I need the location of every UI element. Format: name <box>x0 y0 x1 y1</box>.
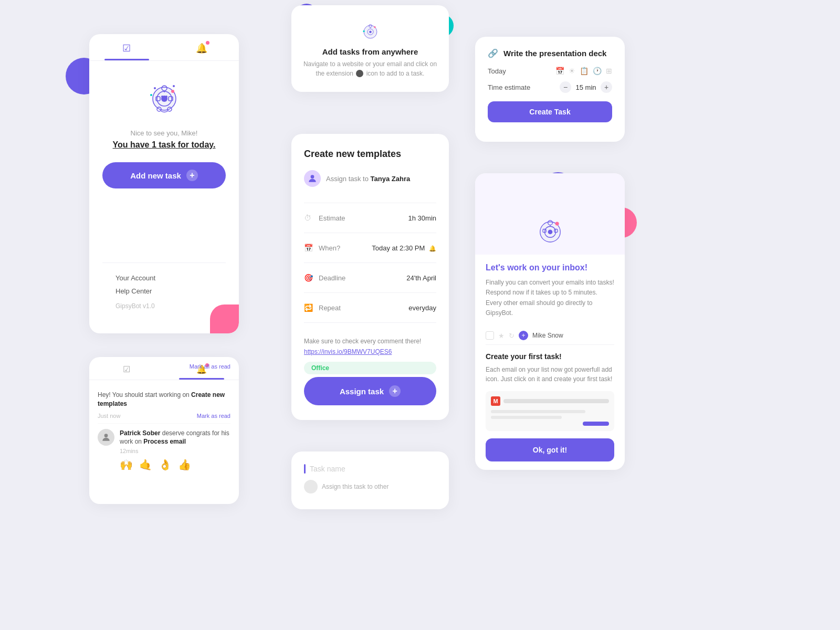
template-link[interactable]: https://invis.io/9BMWV7UQES6 <box>304 348 436 355</box>
repeat-icon: 🔁 <box>304 303 312 312</box>
clock-icon[interactable]: 🕐 <box>593 67 602 75</box>
version-text: GipsyBot v1.0 <box>116 300 213 312</box>
mobile-app-card: ☑ 🔔 Nic <box>89 34 239 333</box>
time-estimate-row: Time estimate − 15 min + <box>488 81 612 93</box>
task-name-card: Task name Assign this task to other <box>291 452 449 509</box>
divider <box>304 262 436 263</box>
inbox-title: Let's work on your inbox! <box>486 263 614 272</box>
robot-illustration <box>143 77 185 119</box>
bell-dot <box>206 41 209 45</box>
office-tag[interactable]: Office <box>304 362 436 374</box>
time-value: 15 min <box>575 83 596 91</box>
notif-time-1: Just now <box>98 413 120 419</box>
date-label: Today <box>488 67 551 75</box>
notification-tabs: ☑ 🔔 Mark all as read <box>89 357 239 380</box>
notifications-card: ☑ 🔔 Mark all as read Hey! You should sta… <box>89 357 239 504</box>
decrease-time-button[interactable]: − <box>560 81 571 93</box>
when-row-value: Today at 2:30 PM 🔔 <box>372 244 436 252</box>
task-date-row: Today 📅 ☀ 📋 🕐 ⊞ <box>488 67 612 75</box>
deadline-row-label: Deadline <box>319 274 406 282</box>
emoji-ok[interactable]: 👌 <box>159 458 172 471</box>
divider <box>304 203 436 203</box>
checkbox-icon: ☑ <box>122 43 131 54</box>
estimate-controls: − 15 min + <box>560 81 612 93</box>
svg-point-21 <box>363 30 364 32</box>
your-account-link[interactable]: Your Account <box>116 271 213 285</box>
inbox-cta-desc: Each email on your list now got powerful… <box>486 365 614 384</box>
assign-task-button[interactable]: Assign task + <box>304 377 436 405</box>
add-new-task-button[interactable]: Add new task + <box>102 162 226 188</box>
divider <box>304 292 436 293</box>
create-task-button[interactable]: Create Task <box>488 101 612 122</box>
emoji-clap[interactable]: 🙌 <box>120 458 133 471</box>
email-add-button[interactable] <box>583 422 609 426</box>
svg-point-12 <box>150 94 152 96</box>
inbox-body: Let's work on your inbox! Finally you ca… <box>475 255 625 470</box>
tab-notifications[interactable]: 🔔 <box>164 34 239 60</box>
email-line-2 <box>491 416 562 419</box>
add-tasks-robot <box>359 19 382 43</box>
assign-plus-icon: + <box>389 385 401 397</box>
ok-got-it-button[interactable]: Ok, got it! <box>486 438 614 461</box>
bottom-assign-row: Assign this task to other <box>304 480 436 494</box>
layers-icon[interactable]: ⊞ <box>606 67 612 75</box>
svg-point-27 <box>548 230 552 235</box>
repeat-row-value: everyday <box>408 304 436 312</box>
mobile-body: Nice to see you, Mike! You have 1 task f… <box>89 61 239 333</box>
sun-icon[interactable]: ☀ <box>569 67 575 75</box>
add-tasks-card: Add tasks from anywhere Navigate to a we… <box>291 5 449 92</box>
template-note: Make sure to check every comment there! <box>304 337 436 346</box>
greeting-text: Nice to see you, Mike! <box>131 129 198 137</box>
assign-text: Assign task to Tanya Zahra <box>326 175 410 183</box>
list-icon[interactable]: 📋 <box>580 67 589 75</box>
text-cursor <box>304 464 306 474</box>
repeat-row-label: Repeat <box>319 304 408 312</box>
inbox-cta-title: Create your first task! <box>486 352 614 361</box>
increase-time-button[interactable]: + <box>601 81 612 93</box>
task-summary: You have 1 task for today. <box>113 140 216 150</box>
task-count: 1 task <box>152 140 175 149</box>
notification-item-2: Patrick Sober deserve congrats for his w… <box>98 424 230 477</box>
estimate-row-value: 1h 30min <box>408 214 436 222</box>
mark-all-read-link[interactable]: Mark all as read <box>190 363 230 370</box>
task-name-placeholder[interactable]: Task name <box>310 465 345 473</box>
pink-decoration <box>210 304 239 333</box>
email-sender-name: Mike Snow <box>532 332 563 339</box>
help-center-link[interactable]: Help Center <box>116 285 213 298</box>
inbox-illustration <box>475 173 625 255</box>
assign-other-text: Assign this task to other <box>322 483 388 490</box>
deadline-row: 🎯 Deadline 24'th April <box>304 268 436 287</box>
notif-tab-tasks[interactable]: ☑ <box>89 357 164 380</box>
repeat-icon[interactable]: ↻ <box>509 332 514 340</box>
when-row-label: When? <box>319 244 372 252</box>
inbox-description: Finally you can convert your emails into… <box>486 278 614 318</box>
svg-point-22 <box>311 175 314 178</box>
estimate-row: ⏱ Estimate 1h 30min <box>304 208 436 227</box>
notif-text-1: Hey! You should start working on Create … <box>98 391 230 408</box>
create-task-card: 🔗 Write the presentation deck Today 📅 ☀ … <box>475 37 625 142</box>
mark-as-read-link[interactable]: Mark as read <box>197 413 230 419</box>
calendar-icon[interactable]: 📅 <box>555 67 564 75</box>
notif-content-2: Patrick Sober deserve congrats for his w… <box>120 429 230 471</box>
emoji-hand[interactable]: 🤙 <box>139 458 152 471</box>
emoji-thumbsup[interactable]: 👍 <box>178 458 191 471</box>
estimate-icon: ⏱ <box>304 214 312 222</box>
estimate-row-label: Estimate <box>319 214 408 222</box>
assignee-name: Tanya Zahra <box>371 175 411 183</box>
extension-icon <box>356 70 363 77</box>
when-row: 📅 When? Today at 2:30 PM 🔔 <box>304 238 436 257</box>
bottom-avatar <box>304 480 318 494</box>
star-icon[interactable]: ★ <box>498 332 505 340</box>
tasks-icon: ☑ <box>123 364 130 374</box>
when-icon: 📅 <box>304 244 312 252</box>
bell-icon: 🔔 <box>196 43 207 54</box>
templates-title: Create new templates <box>304 149 436 160</box>
email-search-bar <box>503 399 609 403</box>
tab-tasks[interactable]: ☑ <box>89 34 164 60</box>
email-checkbox[interactable] <box>486 331 494 340</box>
notification-item-1: Hey! You should start working on Create … <box>98 386 230 424</box>
add-email-task-button[interactable]: + <box>519 331 528 340</box>
create-task-header: 🔗 Write the presentation deck <box>488 48 612 58</box>
svg-point-28 <box>555 222 559 226</box>
notif-actions: Hey! You should start working on Create … <box>98 391 230 411</box>
